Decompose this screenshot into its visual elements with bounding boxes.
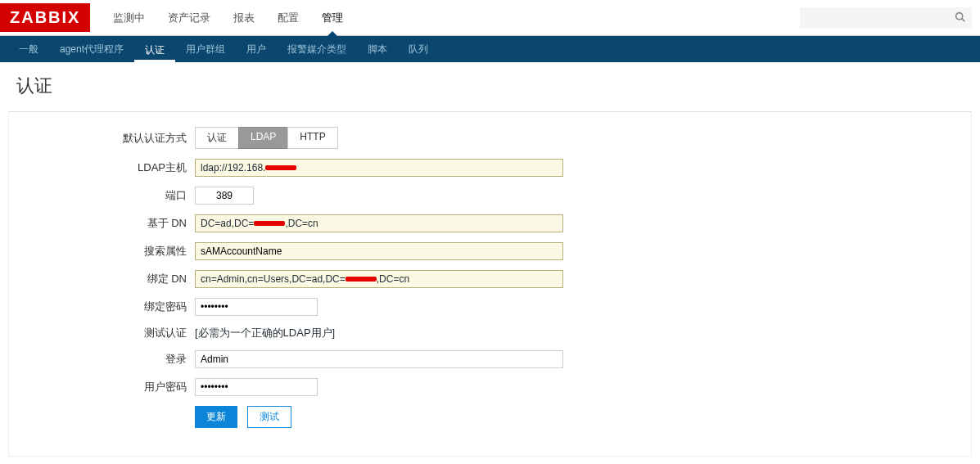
ldap-host-input[interactable]: ldap://192.168. [195,159,563,177]
search-attr-label: 搜索属性 [9,244,195,259]
auth-option-auth[interactable]: 认证 [195,127,239,149]
bind-pwd-label: 绑定密码 [9,300,195,314]
base-dn-suffix: ,DC=cn [285,218,318,229]
base-dn-prefix: DC=ad,DC= [201,218,254,229]
nav-monitoring[interactable]: 监测中 [103,0,155,36]
port-label: 端口 [9,188,195,203]
subnav-proxy[interactable]: agent代理程序 [49,36,134,62]
bind-dn-suffix: ,DC=cn [377,273,409,285]
test-button[interactable]: 测试 [247,406,291,428]
search-button[interactable] [947,7,972,29]
ldap-host-value-prefix: ldap://192.168. [201,162,265,173]
redacted-host [265,165,296,170]
subnav-scripts[interactable]: 脚本 [357,36,398,62]
nav-admin[interactable]: 管理 [312,0,353,36]
subnav-queue[interactable]: 队列 [398,36,439,62]
bind-dn-prefix: cn=Admin,cn=Users,DC=ad,DC= [201,273,345,285]
bind-dn-input[interactable]: cn=Admin,cn=Users,DC=ad,DC=,DC=cn [195,270,563,288]
user-pwd-label: 用户密码 [9,380,195,394]
search-input[interactable] [800,7,947,29]
base-dn-input[interactable]: DC=ad,DC=,DC=cn [195,214,563,232]
base-dn-label: 基于 DN [9,216,195,231]
sub-nav: 一般 agent代理程序 认证 用户群组 用户 报警媒介类型 脚本 队列 [0,36,980,62]
ldap-host-label: LDAP主机 [9,160,195,175]
auth-method-group: 认证 LDAP HTTP [195,127,338,149]
bind-dn-label: 绑定 DN [9,272,195,286]
redacted-binddn [345,277,377,282]
search-icon [955,11,965,22]
auth-form-panel: 默认认证方式 认证 LDAP HTTP LDAP主机 ldap://192.16… [8,111,972,457]
search-box [800,7,972,29]
port-input[interactable] [195,187,254,205]
user-pwd-input[interactable] [195,378,318,396]
test-auth-note: [必需为一个正确的LDAP用户] [195,326,971,340]
login-label: 登录 [9,352,195,367]
auth-option-ldap[interactable]: LDAP [238,127,288,149]
test-auth-label: 测试认证 [9,326,195,340]
top-nav: ZABBIX 监测中 资产记录 报表 配置 管理 [0,0,980,36]
nav-inventory[interactable]: 资产记录 [158,0,220,36]
redacted-basedn [254,221,285,226]
update-button[interactable]: 更新 [195,406,237,428]
svg-point-0 [955,12,962,19]
main-nav: 监测中 资产记录 报表 配置 管理 [103,0,800,36]
bind-pwd-input[interactable] [195,298,318,316]
subnav-general[interactable]: 一般 [8,36,49,62]
auth-option-http[interactable]: HTTP [287,127,337,149]
subnav-mediatypes[interactable]: 报警媒介类型 [277,36,357,62]
logo: ZABBIX [0,3,90,32]
nav-reports[interactable]: 报表 [224,0,264,36]
nav-config[interactable]: 配置 [268,0,309,36]
subnav-users[interactable]: 用户 [236,36,277,62]
svg-line-1 [961,18,964,20]
subnav-usergroups[interactable]: 用户群组 [175,36,236,62]
auth-method-label: 默认认证方式 [9,131,195,146]
login-input[interactable] [195,350,563,368]
subnav-auth[interactable]: 认证 [134,36,175,62]
page-title: 认证 [0,62,980,111]
search-attr-input[interactable] [195,242,563,260]
